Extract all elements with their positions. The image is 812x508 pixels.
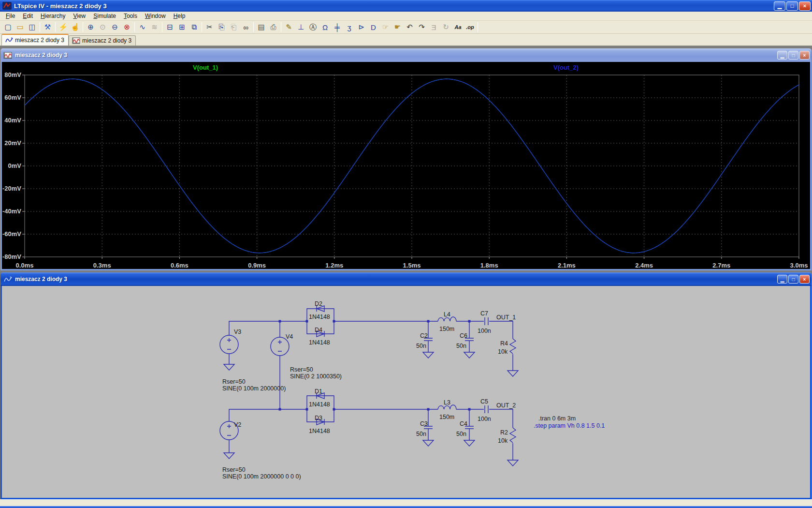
component-name: C6 — [460, 332, 467, 339]
spice-directive-tran[interactable]: .tran 0 6m 3m — [538, 415, 576, 422]
rotate-icon[interactable]: ↻ — [440, 22, 452, 33]
component-value: 100n — [478, 416, 491, 422]
print-preview-icon[interactable]: ▤ — [255, 22, 267, 33]
legend-V(out_2)[interactable]: V(out_2) — [553, 64, 579, 71]
inductor-L4[interactable]: L4 150m — [438, 311, 456, 332]
zoom-back-icon[interactable]: ⊙ — [97, 22, 109, 33]
toolbar-separator — [202, 22, 202, 32]
capacitor-C6[interactable]: C6 50n — [456, 332, 474, 349]
inductor-icon[interactable]: ʒ — [343, 22, 355, 33]
inductor-L3[interactable]: L3 150m — [438, 399, 456, 420]
component-icon[interactable]: D — [367, 22, 379, 33]
maximize-icon: □ — [791, 3, 794, 9]
legend-V(out_1)[interactable]: V(out_1) — [193, 64, 218, 71]
menu-edit[interactable]: Edit — [19, 12, 37, 20]
component-name: C2 — [420, 332, 428, 339]
paste-icon[interactable]: ⎗ — [228, 22, 240, 33]
component-name: D2 — [315, 300, 322, 307]
diode-icon[interactable]: ⊳ — [355, 22, 367, 33]
capacitor-C7[interactable]: C7 100n — [478, 310, 491, 334]
net-label-icon[interactable]: Ⓐ — [307, 22, 319, 33]
waveform-plot-area[interactable]: 80mV60mV40mV20mV0mV-20mV-40mV-60mV-80mV0… — [0, 62, 812, 270]
spice-directive-icon[interactable]: .op — [464, 22, 476, 33]
menu-simulate[interactable]: Simulate — [89, 12, 120, 20]
tile-horizontal-icon[interactable]: ⊟ — [164, 22, 176, 33]
schematic-minimize-button[interactable]: ▁ — [777, 275, 787, 284]
plot-settings-icon[interactable]: ≋ — [148, 22, 160, 33]
diode-D4[interactable]: D4 1N4148 — [309, 327, 330, 346]
toolbar-separator — [478, 22, 478, 32]
menu-hierarchy[interactable]: Hierarchy — [37, 12, 69, 20]
wires-top[interactable] — [229, 309, 513, 409]
main-titlebar[interactable]: LTspice IV - mieszacz 2 diody 3 ▁ □ × — [0, 0, 812, 12]
menu-view[interactable]: View — [69, 12, 89, 20]
diode-D1[interactable]: D1 1N4148 — [309, 388, 330, 408]
zoom-full-extents-icon[interactable]: ⊗ — [121, 22, 133, 33]
menu-window[interactable]: Window — [141, 12, 170, 20]
drag-icon[interactable]: ☛ — [392, 22, 404, 33]
y-tick-label: 40mV — [4, 117, 21, 124]
capacitor-C4[interactable]: C4 50n — [456, 420, 474, 437]
resistor-R2[interactable]: R2 10k — [498, 428, 516, 444]
capacitor-C5[interactable]: C5 100n — [478, 398, 491, 422]
menu-tools[interactable]: Tools — [120, 12, 141, 20]
x-tick-label: 1.2ms — [325, 262, 343, 269]
halt-icon[interactable]: ☝ — [69, 22, 81, 33]
waveform-window-titlebar[interactable]: mieszacz 2 diody 3 ▁ □ × — [0, 48, 812, 62]
autorange-y-axis-icon[interactable]: ∿ — [136, 22, 148, 33]
mirror-icon[interactable]: Ǝ — [428, 22, 440, 33]
minimize-icon: ▁ — [778, 3, 782, 10]
voltage-source-V2[interactable]: V2 Rser=50 SINE(0 100m 2000000 0 0 0) — [220, 421, 301, 480]
diode-D3[interactable]: D3 1N4148 — [309, 415, 330, 434]
menu-file[interactable]: File — [2, 12, 19, 20]
net-label-out1[interactable]: OUT_1 — [496, 314, 516, 321]
tab-schematic[interactable]: mieszacz 2 diody 3 — [1, 34, 69, 45]
find-icon[interactable]: ∞ — [240, 22, 252, 33]
minimize-button[interactable]: ▁ — [774, 1, 785, 11]
spice-directive-step[interactable]: .step param Vh 0.8 1.5 0.1 — [534, 422, 605, 429]
schematic-maximize-button[interactable]: □ — [788, 275, 798, 284]
component-model: 1N4148 — [309, 339, 330, 346]
waveform-maximize-button[interactable]: □ — [788, 51, 798, 60]
diode-D2[interactable]: D2 1N4148 — [309, 300, 330, 320]
redo-icon[interactable]: ↷ — [416, 22, 428, 33]
resistor-R4[interactable]: R4 10k — [498, 339, 516, 355]
net-label-out2[interactable]: OUT_2 — [496, 402, 516, 409]
capacitor-C2[interactable]: C2 50n — [416, 332, 433, 349]
schematic-window-titlebar[interactable]: mieszacz 2 diody 3 ▁ □ × — [0, 272, 812, 286]
cut-icon[interactable]: ✂ — [203, 22, 216, 33]
save-icon[interactable]: ◫ — [26, 22, 38, 33]
schematic-close-button[interactable]: × — [799, 275, 810, 284]
zoom-out-icon[interactable]: ⊖ — [109, 22, 121, 33]
wires-bottom[interactable] — [229, 396, 513, 460]
capacitor-C3[interactable]: C3 50n — [416, 420, 433, 437]
close-button[interactable]: × — [799, 1, 811, 11]
maximize-button[interactable]: □ — [786, 1, 798, 11]
print-icon[interactable]: ⎙ — [267, 22, 279, 33]
open-icon[interactable]: ▭ — [14, 22, 26, 33]
zoom-in-icon[interactable]: ⊕ — [85, 22, 97, 33]
text-icon[interactable]: Aa — [452, 22, 464, 33]
cascade-windows-icon[interactable]: ⧉ — [188, 22, 200, 33]
move-icon[interactable]: ☞ — [379, 22, 392, 33]
control-panel-icon[interactable]: ⚒ — [42, 22, 54, 33]
run-icon[interactable]: ⚡ — [57, 22, 69, 33]
component-param: SINE(0 100m 2000000 0 0 0) — [222, 473, 301, 480]
tab-waveform[interactable]: mieszacz 2 diody 3 — [69, 35, 136, 45]
waveform-window-title: mieszacz 2 diody 3 — [15, 52, 776, 59]
undo-icon[interactable]: ↶ — [404, 22, 416, 33]
wire-icon[interactable]: ✎ — [283, 22, 295, 33]
copy-icon[interactable]: ⎘ — [216, 22, 228, 33]
menu-help[interactable]: Help — [170, 12, 189, 20]
tile-vertical-icon[interactable]: ⊞ — [176, 22, 188, 33]
resistor-icon[interactable]: Ω — [319, 22, 331, 33]
waveform-minimize-button[interactable]: ▁ — [777, 51, 787, 60]
maximize-icon: □ — [792, 53, 795, 58]
voltage-source-V4[interactable]: V4 Rser=50 SINE(0 2 1000350) — [271, 333, 342, 380]
schematic-canvas[interactable]: V3 Rser=50 SINE(0 100m 2000000) V4 Rser=… — [0, 286, 812, 499]
new-schematic-icon[interactable]: ▢ — [2, 22, 14, 33]
component-name: C5 — [480, 398, 488, 405]
waveform-close-button[interactable]: × — [799, 51, 810, 60]
ground-icon[interactable]: ⊥ — [295, 22, 307, 33]
capacitor-icon[interactable]: ╪ — [331, 22, 343, 33]
